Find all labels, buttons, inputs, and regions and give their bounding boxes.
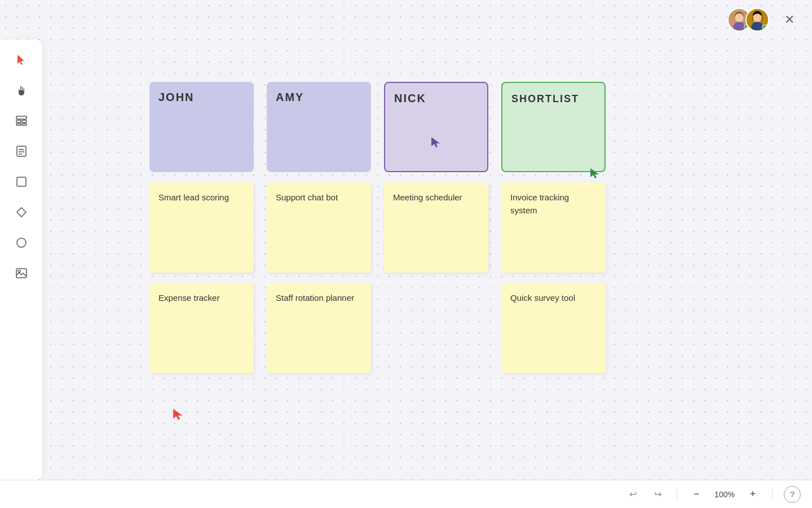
redo-button[interactable]: ↪ xyxy=(650,487,665,502)
person-card-nick[interactable]: NICK xyxy=(384,82,488,172)
note-tool-icon[interactable] xyxy=(12,142,30,160)
person-card-nick-label: NICK xyxy=(394,92,426,104)
sticky-note-invoice-tracking[interactable]: Invoice tracking system xyxy=(501,182,606,273)
sticky-note-quick-survey[interactable]: Quick survey tool xyxy=(501,283,606,373)
diamond-tool-icon[interactable] xyxy=(12,203,30,221)
sticky-note-expense-tracker-text: Expense tracker xyxy=(158,293,219,303)
svg-point-17 xyxy=(17,238,26,247)
svg-rect-18 xyxy=(16,269,27,278)
sticky-note-meeting-scheduler[interactable]: Meeting scheduler xyxy=(384,182,488,273)
svg-marker-8 xyxy=(17,55,24,65)
person-card-shortlist[interactable]: SHORTLIST xyxy=(501,82,606,172)
sticky-note-quick-survey-text: Quick survey tool xyxy=(510,293,575,303)
svg-marker-20 xyxy=(431,137,440,147)
svg-rect-14 xyxy=(17,146,26,156)
svg-rect-12 xyxy=(16,124,21,125)
sticky-note-expense-tracker[interactable]: Expense tracker xyxy=(149,283,254,373)
canvas-area[interactable]: JOHN AMY NICK Smart lead scoring Support xyxy=(42,40,812,480)
image-tool-icon[interactable] xyxy=(12,264,30,282)
sticky-note-meeting-scheduler-text: Meeting scheduler xyxy=(393,192,462,202)
empty-slot-row3-col3 xyxy=(384,283,491,373)
svg-rect-11 xyxy=(22,120,27,122)
svg-rect-9 xyxy=(16,116,27,119)
person-card-amy[interactable]: AMY xyxy=(267,82,371,172)
topbar: ✕ xyxy=(0,0,812,40)
sticky-note-support-chat-bot[interactable]: Support chat bot xyxy=(267,182,371,273)
sticky-note-staff-rotation-text: Staff rotation planner xyxy=(276,293,354,303)
help-button[interactable]: ? xyxy=(784,486,801,503)
sticky-note-smart-lead-scoring[interactable]: Smart lead scoring xyxy=(149,182,254,273)
sticky-note-staff-rotation[interactable]: Staff rotation planner xyxy=(267,283,371,373)
square-tool-icon[interactable] xyxy=(12,173,30,191)
svg-marker-16 xyxy=(17,208,26,217)
avatar-group xyxy=(727,8,769,32)
divider-2 xyxy=(772,489,773,500)
bottombar: ↩ ↪ − 100% + ? xyxy=(0,480,812,508)
sticky-note-invoice-tracking-text: Invoice tracking system xyxy=(510,192,569,215)
svg-marker-21 xyxy=(590,168,599,178)
svg-marker-22 xyxy=(173,409,182,420)
sidebar xyxy=(0,40,42,480)
undo-button[interactable]: ↩ xyxy=(625,487,641,502)
cursor-tool-icon[interactable] xyxy=(12,51,30,69)
table-tool-icon[interactable] xyxy=(12,112,30,130)
svg-rect-15 xyxy=(17,177,26,186)
hand-tool-icon[interactable] xyxy=(12,81,30,99)
svg-rect-13 xyxy=(22,124,27,125)
zoom-in-button[interactable]: + xyxy=(745,487,761,502)
online-indicator-2 xyxy=(762,24,767,29)
avatar-user2 xyxy=(745,8,769,32)
divider xyxy=(677,489,677,500)
person-card-shortlist-label: SHORTLIST xyxy=(511,93,579,104)
zoom-out-button[interactable]: − xyxy=(689,487,704,502)
shortlist-cursor-icon xyxy=(589,167,602,182)
sticky-note-smart-lead-scoring-text: Smart lead scoring xyxy=(158,192,229,202)
person-card-john[interactable]: JOHN xyxy=(149,82,254,172)
close-button[interactable]: ✕ xyxy=(780,11,798,29)
bottom-cursor-icon xyxy=(172,408,186,423)
person-card-shortlist-wrapper: SHORTLIST xyxy=(501,82,606,172)
nick-cursor-icon xyxy=(430,136,443,151)
person-card-john-label: JOHN xyxy=(158,91,195,103)
person-card-amy-label: AMY xyxy=(276,91,304,103)
sticky-note-support-chat-bot-text: Support chat bot xyxy=(276,192,338,202)
zoom-level-label: 100% xyxy=(713,490,736,499)
svg-rect-10 xyxy=(16,120,21,122)
circle-tool-icon[interactable] xyxy=(12,234,30,252)
